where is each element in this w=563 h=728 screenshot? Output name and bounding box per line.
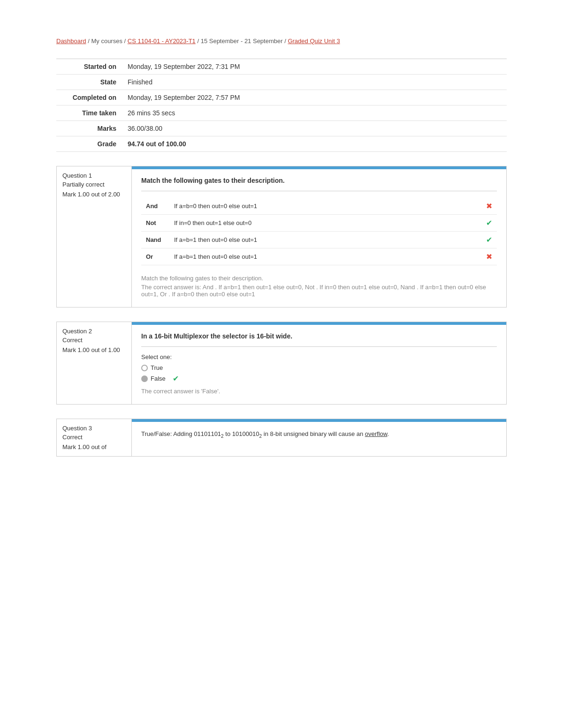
completed-on-value: Monday, 19 September 2022, 7:57 PM <box>122 90 507 105</box>
breadcrumb-quiz[interactable]: Graded Quiz Unit 3 <box>288 38 340 45</box>
radio-false-circle <box>141 375 148 382</box>
question-3-title: True/False: Adding 011011012 to 10100010… <box>141 429 497 440</box>
time-taken-label: Time taken <box>56 105 122 121</box>
question-2-number: Question 2 <box>62 328 126 335</box>
gate-label: Nand <box>141 232 169 248</box>
gate-label: Not <box>141 215 169 232</box>
question-1-mark: Mark 1.00 out of 2.00 <box>62 191 126 198</box>
question-2-mark: Mark 1.00 out of 1.00 <box>62 346 126 353</box>
radio-true-circle <box>141 365 148 371</box>
question-3-number: Question 3 <box>62 425 126 432</box>
question-2-divider <box>141 346 497 347</box>
gate-desc: If in=0 then out=1 else out=0 <box>169 215 481 232</box>
question-1-status: Partially correct <box>62 181 126 188</box>
state-label: State <box>56 75 122 90</box>
false-correct-icon: ✔ <box>173 374 179 383</box>
gate-icon: ✔ <box>481 215 497 232</box>
question-3-sidebar: Question 3 Correct Mark 1.00 out of <box>57 419 132 456</box>
gate-desc: If a=b=1 then out=0 else out=1 <box>169 232 481 248</box>
table-row: Or If a=b=1 then out=0 else out=1 ✖ <box>141 248 497 265</box>
breadcrumb: Dashboard / My courses / CS 1104-01 - AY… <box>56 38 507 45</box>
table-row: Not If in=0 then out=1 else out=0 ✔ <box>141 215 497 232</box>
breadcrumb-dashboard[interactable]: Dashboard <box>56 38 86 45</box>
state-value: Finished <box>122 75 507 90</box>
summary-table: Started on Monday, 19 September 2022, 7:… <box>56 59 507 152</box>
breadcrumb-course[interactable]: CS 1104-01 - AY2023-T1 <box>128 38 196 45</box>
radio-false-label: False <box>151 375 166 382</box>
gate-icon: ✔ <box>481 232 497 248</box>
started-on-value: Monday, 19 September 2022, 7:31 PM <box>122 59 507 75</box>
question-2-select-label: Select one: <box>141 353 497 360</box>
gate-label: Or <box>141 248 169 265</box>
question-1-correct-answer: Match the following gates to their descr… <box>141 275 497 298</box>
question-2-option-false: False ✔ <box>141 374 497 383</box>
gate-icon: ✖ <box>481 248 497 265</box>
question-1-number: Question 1 <box>62 172 126 179</box>
question-2-title: In a 16-bit Multiplexor the selector is … <box>141 332 497 340</box>
completed-on-label: Completed on <box>56 90 122 105</box>
started-on-label: Started on <box>56 59 122 75</box>
question-3-inner: True/False: Adding 011011012 to 10100010… <box>132 422 506 448</box>
marks-label: Marks <box>56 121 122 136</box>
marks-value: 36.00/38.00 <box>122 121 507 136</box>
question-2-block: Question 2 Correct Mark 1.00 out of 1.00… <box>56 322 507 405</box>
gate-desc: If a=b=0 then out=0 else out=1 <box>169 198 481 215</box>
question-1-sidebar: Question 1 Partially correct Mark 1.00 o… <box>57 166 132 307</box>
grade-value: 94.74 out of 100.00 <box>122 136 507 152</box>
question-3-status: Correct <box>62 434 126 441</box>
breadcrumb-mycourses: My courses <box>91 38 122 45</box>
question-3-content: True/False: Adding 011011012 to 10100010… <box>132 419 506 456</box>
breadcrumb-week: 15 September - 21 September <box>201 38 283 45</box>
question-2-status: Correct <box>62 337 126 344</box>
question-1-title: Match the following gates to their descr… <box>141 177 497 184</box>
grade-label: Grade <box>56 136 122 152</box>
question-1-match-table: And If a=b=0 then out=0 else out=1 ✖ Not… <box>141 198 497 265</box>
question-1-block: Question 1 Partially correct Mark 1.00 o… <box>56 166 507 308</box>
time-taken-value: 26 mins 35 secs <box>122 105 507 121</box>
question-2-content: In a 16-bit Multiplexor the selector is … <box>132 322 506 404</box>
question-2-sidebar: Question 2 Correct Mark 1.00 out of 1.00 <box>57 322 132 404</box>
question-1-inner: Match the following gates to their descr… <box>132 169 506 307</box>
table-row: Nand If a=b=1 then out=0 else out=1 ✔ <box>141 232 497 248</box>
gate-desc: If a=b=1 then out=0 else out=1 <box>169 248 481 265</box>
question-2-option-true: True <box>141 364 497 371</box>
question-3-block: Question 3 Correct Mark 1.00 out of True… <box>56 419 507 457</box>
question-1-content: Match the following gates to their descr… <box>132 166 506 307</box>
question-2-correct-answer: The correct answer is 'False'. <box>141 388 497 395</box>
question-2-inner: In a 16-bit Multiplexor the selector is … <box>132 325 506 404</box>
question-1-divider <box>141 191 497 191</box>
gate-label: And <box>141 198 169 215</box>
gate-icon: ✖ <box>481 198 497 215</box>
table-row: And If a=b=0 then out=0 else out=1 ✖ <box>141 198 497 215</box>
question-3-mark: Mark 1.00 out of <box>62 443 126 450</box>
radio-true-label: True <box>151 364 163 371</box>
